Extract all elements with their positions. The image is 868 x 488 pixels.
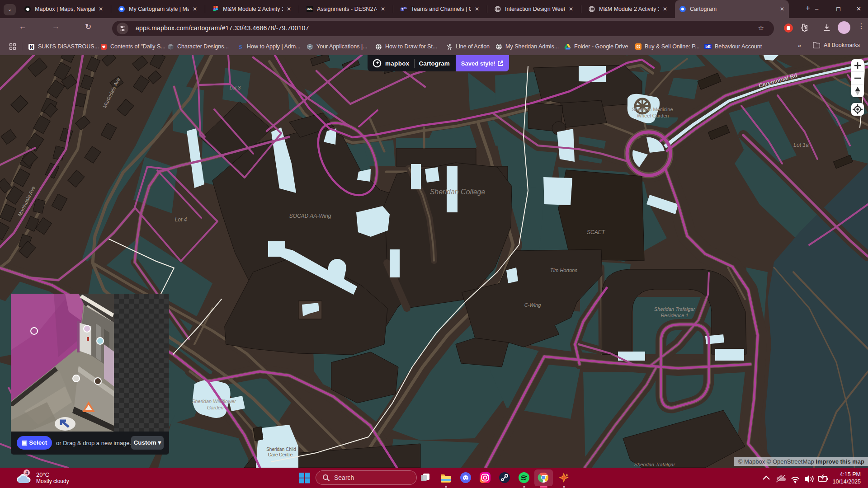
svg-text:T: T [401, 8, 403, 11]
svg-text:Sheridan Trafalgar: Sheridan Trafalgar [634, 462, 676, 467]
svg-text:SCAET: SCAET [587, 229, 606, 235]
svg-text:Care Centre: Care Centre [268, 452, 293, 457]
svg-text:Sheridan College: Sheridan College [430, 188, 486, 196]
svg-text:Sheridan Trafalgar: Sheridan Trafalgar [654, 306, 696, 312]
svg-text:Lot 1a: Lot 1a [793, 142, 809, 148]
svg-text:C-Wing: C-Wing [524, 302, 541, 308]
svg-text:Garden: Garden [207, 405, 224, 410]
svg-text:Sheridan Medicine: Sheridan Medicine [632, 107, 673, 112]
svg-text:Lot 4: Lot 4 [175, 216, 187, 223]
svg-text:Lot 3: Lot 3 [230, 85, 241, 90]
svg-text:4: 4 [25, 470, 28, 475]
svg-text:SOCAD AA-Wing: SOCAD AA-Wing [289, 213, 331, 219]
svg-text:Residence 1: Residence 1 [660, 313, 688, 318]
svg-text:Tim Hortons: Tim Hortons [550, 267, 577, 273]
svg-text:Sheridan Child: Sheridan Child [266, 447, 296, 452]
svg-text:Wheel Garden: Wheel Garden [637, 113, 669, 118]
svg-text:Sheridan Wildflower: Sheridan Wildflower [192, 399, 236, 404]
svg-text:N: N [30, 44, 33, 49]
